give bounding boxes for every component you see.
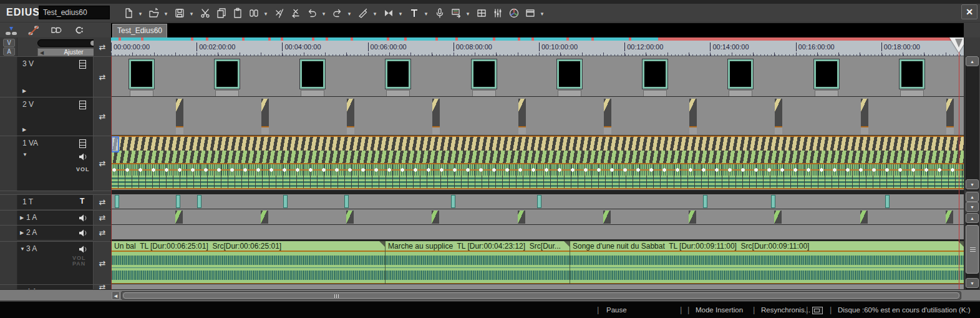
- video-clip[interactable]: [643, 59, 667, 97]
- playhead-line[interactable]: [959, 37, 959, 289]
- track-content-1t[interactable]: [111, 194, 964, 209]
- copy-icon[interactable]: [214, 6, 229, 21]
- ruler-scale[interactable]: 00:00:00:0000:02:00:0000:04:00:0000:06:0…: [111, 41, 964, 56]
- video-clip[interactable]: [176, 99, 183, 134]
- track-sync-icon[interactable]: ⇄: [94, 195, 111, 209]
- track-content-3a[interactable]: Un bal TL [Dur:00:06:25:01] Src[Dur:00:0…: [111, 241, 964, 284]
- track-sync-icon[interactable]: ⇄: [94, 242, 111, 284]
- track-header-3v[interactable]: 3 V ▶ ⇄: [0, 56, 111, 97]
- ruler-timecode[interactable]: 00:02:00:00: [196, 42, 235, 51]
- ruler-timecode[interactable]: 00:14:00:00: [710, 42, 749, 51]
- video-clip[interactable]: [557, 59, 582, 97]
- va-clip-thumbnails[interactable]: [111, 151, 964, 164]
- track-header-1a[interactable]: ▶ 1 A ⇄: [0, 210, 111, 225]
- timeline-ruler[interactable]: 00:00:00:0000:02:00:0000:04:00:0000:06:0…: [111, 37, 964, 56]
- window-layout-dropdown-icon[interactable]: ▾: [539, 6, 545, 21]
- video-clip[interactable]: [861, 99, 868, 134]
- add-cut-point-dropdown-icon[interactable]: ▾: [372, 6, 378, 21]
- track-sync-icon[interactable]: ⇄: [94, 97, 111, 136]
- audio-clip[interactable]: Marche au supplice TL [Dur:00:04:23:12] …: [385, 241, 570, 284]
- redo-icon[interactable]: [330, 6, 345, 21]
- title-clip[interactable]: [537, 195, 541, 208]
- selected-clip-highlight[interactable]: [111, 136, 119, 152]
- va-audio-waveform[interactable]: [111, 176, 964, 189]
- save-project-dropdown-icon[interactable]: ▾: [188, 6, 195, 21]
- track-content-2a[interactable]: [111, 225, 964, 240]
- video-clip[interactable]: [129, 59, 154, 97]
- title-clip[interactable]: [771, 195, 775, 208]
- audio-clip[interactable]: [946, 211, 953, 224]
- audio-clip[interactable]: [175, 211, 183, 224]
- audio-scroll-thumb[interactable]: [966, 225, 979, 274]
- audio-clip[interactable]: [689, 211, 696, 224]
- track-content-3v[interactable]: [111, 56, 964, 97]
- scroll-down-button[interactable]: ▼: [966, 278, 979, 288]
- audio-clip[interactable]: [603, 211, 611, 224]
- scroll-up-button[interactable]: ▲: [966, 56, 979, 66]
- expand-track-icon[interactable]: ▶: [20, 230, 24, 236]
- title-clip[interactable]: [885, 195, 890, 208]
- video-clip[interactable]: [775, 99, 782, 134]
- va-volume-keyframes[interactable]: [111, 164, 964, 176]
- insert-overwrite-mode-icon[interactable]: [2, 23, 19, 37]
- default-transition-dropdown-icon[interactable]: ▾: [397, 6, 404, 21]
- ruler-timecode[interactable]: 00:18:00:00: [881, 42, 920, 51]
- scroll-down-button[interactable]: ▼: [966, 179, 979, 189]
- ruler-timecode[interactable]: 00:10:00:00: [539, 42, 578, 51]
- marker-dropdown-icon[interactable]: ▾: [263, 6, 269, 21]
- video-clip[interactable]: [814, 59, 839, 97]
- audio-clip[interactable]: [346, 211, 354, 224]
- track-header-2a[interactable]: ▶ 2 A ⇄: [0, 225, 111, 240]
- track-sync-icon[interactable]: ⇄: [94, 285, 111, 289]
- audio-clip[interactable]: [261, 211, 268, 224]
- ripple-mode-icon[interactable]: [47, 23, 64, 37]
- va-clip-thumbnails[interactable]: [111, 136, 964, 151]
- video-clip[interactable]: [386, 59, 410, 97]
- ruler-timecode[interactable]: 00:08:00:00: [454, 42, 492, 51]
- video-clip[interactable]: [518, 99, 526, 134]
- snap-mode-icon[interactable]: [25, 23, 41, 37]
- undo-dropdown-icon[interactable]: ▾: [321, 6, 327, 21]
- video-clip[interactable]: [472, 59, 497, 97]
- create-title-dropdown-icon[interactable]: ▾: [423, 6, 429, 21]
- video-clip[interactable]: [728, 59, 753, 97]
- audio-select-button[interactable]: A: [3, 47, 15, 56]
- horizontal-scroll-thumb[interactable]: [123, 292, 959, 299]
- audio-clip[interactable]: Un bal TL [Dur:00:06:25:01] Src[Dur:00:0…: [111, 241, 385, 284]
- volume-label[interactable]: VOL: [76, 166, 90, 172]
- video-clip[interactable]: [432, 99, 440, 134]
- track-sync-icon[interactable]: ⇄: [94, 211, 111, 225]
- title-clip[interactable]: [344, 195, 349, 208]
- voice-over-icon[interactable]: [432, 6, 447, 21]
- redo-dropdown-icon[interactable]: ▾: [346, 6, 352, 21]
- track-content-1va[interactable]: [111, 136, 964, 191]
- ruler-timecode[interactable]: 00:04:00:00: [282, 42, 321, 51]
- audio-clip[interactable]: [518, 211, 525, 224]
- audio-clip[interactable]: Songe d'une nuit du Sabbat TL [Dur:00:09…: [570, 241, 964, 284]
- track-header-1va[interactable]: 1 VA ▼ VOL ⇄: [0, 136, 111, 191]
- title-clip[interactable]: [451, 195, 455, 208]
- playhead-handle[interactable]: [949, 37, 964, 52]
- video-scroll-track[interactable]: [966, 56, 979, 191]
- video-clip[interactable]: [215, 59, 240, 97]
- track-header-1t[interactable]: 1 T T ⇄: [0, 194, 111, 209]
- delete-in-out-icon[interactable]: [272, 6, 287, 21]
- expand-track-icon[interactable]: ▶: [22, 88, 26, 94]
- video-clip[interactable]: [300, 59, 325, 97]
- add-cut-point-icon[interactable]: [356, 6, 371, 21]
- audio-clip[interactable]: [432, 211, 439, 224]
- video-clip[interactable]: [946, 99, 954, 134]
- ruler-sync-icon[interactable]: ⇄: [94, 37, 111, 56]
- ruler-timecode[interactable]: 00:06:00:00: [368, 42, 407, 51]
- sync-lock-icon[interactable]: [70, 23, 86, 37]
- default-transition-icon[interactable]: [381, 6, 396, 21]
- ruler-timecode[interactable]: 00:16:00:00: [796, 42, 835, 51]
- cut-icon[interactable]: [198, 6, 213, 21]
- video-clip[interactable]: [689, 99, 697, 134]
- new-sequence-dropdown-icon[interactable]: ▾: [137, 6, 143, 21]
- track-sync-icon[interactable]: ⇄: [94, 226, 111, 240]
- zoom-prev-icon[interactable]: ◀: [40, 49, 44, 56]
- track-sync-icon[interactable]: ⇄: [94, 57, 111, 97]
- track-header-3a[interactable]: ▼ 3 A VOL PAN ⇄: [0, 241, 111, 284]
- new-sequence-icon[interactable]: [121, 6, 136, 21]
